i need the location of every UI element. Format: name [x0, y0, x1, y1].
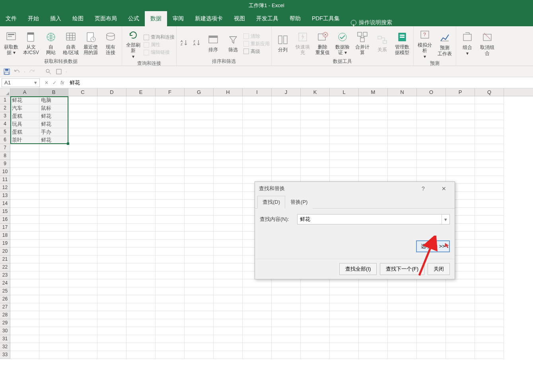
- cell[interactable]: [185, 351, 214, 359]
- cell[interactable]: [68, 112, 97, 120]
- cell[interactable]: [417, 295, 446, 303]
- row-header[interactable]: 13: [0, 192, 10, 200]
- cell[interactable]: [330, 335, 359, 343]
- cell[interactable]: [39, 319, 68, 327]
- tab-home[interactable]: 开始: [22, 11, 45, 26]
- cell[interactable]: [446, 343, 475, 351]
- row-header[interactable]: 8: [0, 152, 10, 160]
- cell[interactable]: [97, 232, 126, 240]
- btn-clear-filter[interactable]: 清除: [243, 33, 270, 40]
- tab-find[interactable]: 查找(D): [257, 196, 285, 209]
- cell[interactable]: 蛋糕: [10, 112, 39, 120]
- btn-from-csv[interactable]: 从文 本/CSV: [21, 30, 41, 57]
- cell[interactable]: [214, 208, 243, 216]
- cell[interactable]: [446, 335, 475, 343]
- cell[interactable]: [126, 232, 156, 240]
- row-header[interactable]: 21: [0, 255, 10, 263]
- cell[interactable]: [39, 176, 68, 184]
- cell[interactable]: [68, 168, 97, 176]
- btn-sort-asc[interactable]: AZ: [178, 38, 190, 48]
- cell[interactable]: [185, 144, 214, 152]
- cell[interactable]: [97, 216, 126, 224]
- cell[interactable]: 汽车: [10, 104, 39, 112]
- cell[interactable]: [388, 311, 417, 319]
- cell[interactable]: 茶叶: [10, 136, 39, 144]
- cell[interactable]: [39, 271, 68, 279]
- cell[interactable]: [272, 295, 301, 303]
- cell[interactable]: [126, 271, 156, 279]
- cell[interactable]: [475, 343, 504, 351]
- cell[interactable]: [10, 208, 39, 216]
- cell[interactable]: [301, 351, 330, 359]
- cell[interactable]: [417, 327, 446, 335]
- col-header-L[interactable]: L: [330, 88, 359, 96]
- cell[interactable]: [156, 255, 185, 263]
- cell[interactable]: [214, 248, 243, 255]
- cancel-entry[interactable]: ✕: [45, 80, 49, 86]
- row-header[interactable]: 11: [0, 176, 10, 184]
- cell[interactable]: [68, 192, 97, 200]
- cell[interactable]: [68, 136, 97, 144]
- cell[interactable]: [97, 335, 126, 343]
- cell[interactable]: [10, 176, 39, 184]
- cell[interactable]: [446, 128, 475, 136]
- cell[interactable]: [475, 160, 504, 168]
- cell[interactable]: [214, 104, 243, 112]
- cell[interactable]: [475, 351, 504, 359]
- btn-existing-conn[interactable]: 现有 连接: [101, 30, 120, 57]
- cell[interactable]: [97, 160, 126, 168]
- col-header-O[interactable]: O: [417, 88, 446, 96]
- cell[interactable]: [417, 319, 446, 327]
- cell[interactable]: [156, 144, 185, 152]
- cell[interactable]: [330, 295, 359, 303]
- cell[interactable]: [243, 136, 272, 144]
- cell[interactable]: [475, 136, 504, 144]
- cell[interactable]: [417, 351, 446, 359]
- cell[interactable]: [10, 184, 39, 192]
- cell[interactable]: [156, 271, 185, 279]
- cell[interactable]: [388, 152, 417, 160]
- cell[interactable]: [126, 192, 156, 200]
- cell[interactable]: [330, 327, 359, 335]
- cell[interactable]: [185, 104, 214, 112]
- cell[interactable]: [243, 327, 272, 335]
- cell[interactable]: [214, 271, 243, 279]
- cell[interactable]: [446, 160, 475, 168]
- cell[interactable]: [475, 216, 504, 224]
- cell[interactable]: [126, 224, 156, 232]
- cell[interactable]: [388, 351, 417, 359]
- cell[interactable]: [156, 295, 185, 303]
- cell[interactable]: [97, 136, 126, 144]
- cell[interactable]: [156, 248, 185, 255]
- cell[interactable]: [243, 152, 272, 160]
- cell[interactable]: [330, 279, 359, 287]
- cell[interactable]: [214, 168, 243, 176]
- cell[interactable]: [243, 351, 272, 359]
- cell[interactable]: [475, 327, 504, 335]
- row-header[interactable]: 32: [0, 343, 10, 351]
- cell[interactable]: [417, 168, 446, 176]
- cell[interactable]: [126, 263, 156, 271]
- cell[interactable]: [272, 120, 301, 128]
- cell[interactable]: [417, 128, 446, 136]
- btn-recent-sources[interactable]: 最近使 用的源: [81, 30, 100, 57]
- cell[interactable]: [185, 112, 214, 120]
- cell[interactable]: [243, 303, 272, 311]
- cell[interactable]: [214, 120, 243, 128]
- row-header[interactable]: 18: [0, 232, 10, 240]
- btn-reapply[interactable]: 重新应用: [243, 41, 270, 47]
- cell[interactable]: [446, 287, 475, 295]
- cell[interactable]: [39, 200, 68, 208]
- cell[interactable]: [68, 240, 97, 248]
- cell[interactable]: [39, 184, 68, 192]
- cell[interactable]: [388, 112, 417, 120]
- options-button[interactable]: 选项(T) >>: [416, 240, 450, 252]
- qat-square[interactable]: [55, 68, 62, 75]
- cell[interactable]: [359, 311, 388, 319]
- cell[interactable]: [126, 311, 156, 319]
- col-header-N[interactable]: N: [388, 88, 417, 96]
- btn-consolidate[interactable]: 合并计算: [353, 30, 372, 57]
- cell[interactable]: [10, 271, 39, 279]
- cell[interactable]: [10, 311, 39, 319]
- col-header-H[interactable]: H: [214, 88, 243, 96]
